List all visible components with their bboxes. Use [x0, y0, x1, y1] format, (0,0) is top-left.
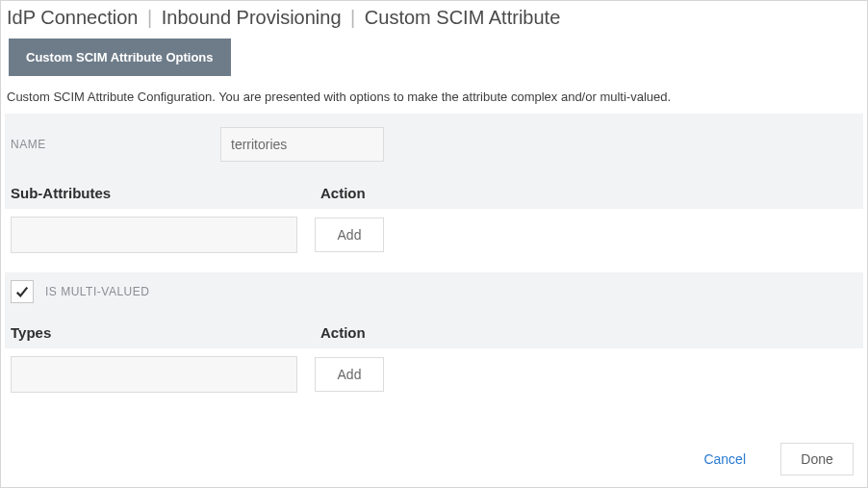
action-header: Action	[320, 185, 857, 201]
sub-attribute-entry-row: Add	[5, 209, 863, 272]
sub-attributes-header: Sub-Attributes	[11, 185, 320, 201]
is-multi-valued-checkbox[interactable]	[11, 280, 34, 303]
done-button[interactable]: Done	[780, 443, 854, 475]
footer-actions: Cancel Done	[703, 443, 854, 475]
description-text: Custom SCIM Attribute Configuration. You…	[5, 90, 863, 114]
types-header-row: Types Action	[5, 315, 863, 348]
is-multi-valued-label: IS MULTI-VALUED	[45, 285, 149, 298]
add-sub-attribute-button[interactable]: Add	[315, 218, 384, 252]
custom-scim-attribute-window: IdP Connection | Inbound Provisioning | …	[0, 0, 868, 488]
is-multi-valued-row: IS MULTI-VALUED	[5, 272, 863, 315]
check-icon	[15, 285, 29, 298]
breadcrumb: IdP Connection | Inbound Provisioning | …	[5, 5, 863, 37]
breadcrumb-item-idp: IdP Connection	[7, 7, 138, 28]
type-input[interactable]	[11, 356, 297, 393]
name-row: NAME	[5, 114, 863, 175]
breadcrumb-separator-icon: |	[346, 7, 359, 28]
sub-attribute-input[interactable]	[11, 217, 297, 253]
name-input[interactable]	[220, 127, 384, 162]
cancel-link[interactable]: Cancel	[703, 451, 746, 467]
custom-scim-attribute-options-button[interactable]: Custom SCIM Attribute Options	[9, 39, 231, 76]
type-entry-row: Add	[5, 348, 863, 412]
action-header: Action	[320, 324, 857, 341]
name-label: NAME	[11, 138, 220, 151]
breadcrumb-item-custom-scim: Custom SCIM Attribute	[365, 7, 560, 28]
sub-attributes-header-row: Sub-Attributes Action	[5, 175, 863, 209]
types-header: Types	[11, 324, 320, 341]
add-type-button[interactable]: Add	[315, 357, 384, 392]
breadcrumb-separator-icon: |	[143, 7, 156, 28]
breadcrumb-item-inbound: Inbound Provisioning	[162, 7, 342, 28]
